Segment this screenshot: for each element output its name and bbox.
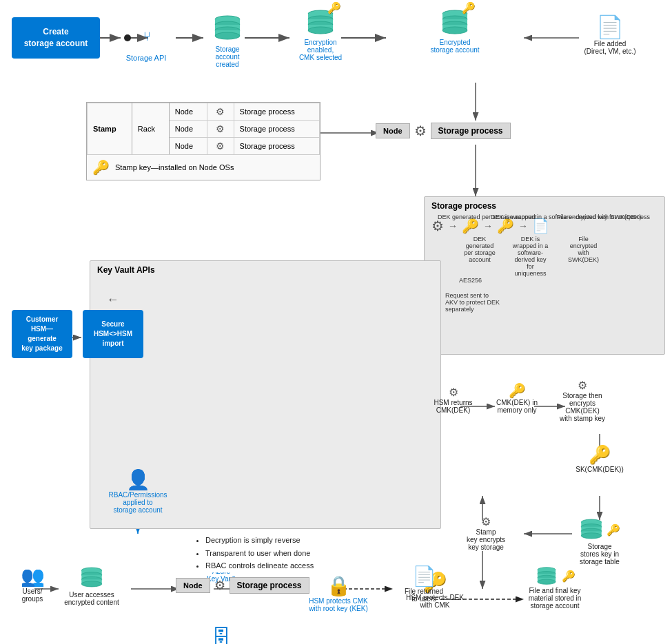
final-key-node: 🔑 File and final key material stored in …: [517, 565, 593, 610]
key-icon-encryption: 🔑: [327, 1, 341, 14]
arrow-sp2: →: [483, 220, 493, 231]
arrow-sp3: →: [518, 220, 528, 231]
encryption-enabled-node: 🔑 Encryption enabled, CMK selected: [293, 7, 348, 61]
storage-process-middle-box: Storage process: [431, 123, 511, 139]
storage-account-created-label: Storage account created: [203, 45, 252, 68]
node-storage-process-middle: Node ⚙ Storage process: [376, 123, 511, 139]
node-label-3: Node: [175, 142, 193, 150]
gear-icon-middle: ⚙: [414, 123, 427, 139]
bottom-bullets: Decryption is simply reverse Transparent…: [193, 534, 345, 572]
storage-process-labels1: DEK generated per storage account DEK is…: [425, 234, 664, 277]
gear-icon-1: ⚙: [216, 106, 225, 117]
rbac-label: RBAC/Permissions applied to storage acco…: [107, 491, 169, 514]
storage-process-1: Storage process: [240, 107, 295, 116]
storage-process-3: Storage process: [240, 142, 295, 150]
hsm-returns-node: ⚙ HSM returns CMK(DEK): [427, 386, 479, 414]
svg-point-37: [124, 34, 131, 41]
storage-encrypts-label: Storage then encrypts CMK(DEK) with stam…: [551, 392, 613, 422]
sk-key-icon: 🔑: [572, 444, 627, 466]
gear-icon-bottom: ⚙: [214, 578, 225, 593]
file-enc-label: File encrypted with SWK(DEK): [557, 214, 642, 220]
key-icon-encrypted-storage: 🔑: [462, 1, 476, 14]
gear-stamp-key: ⚙: [481, 515, 491, 528]
users-label: Users/ groups: [12, 588, 53, 603]
stamp-label: Stamp: [93, 125, 116, 133]
storage-encrypts-node: ⚙ Storage then encrypts CMK(DEK) with st…: [551, 379, 613, 422]
stamp-table: Stamp Rack Node ⚙ Storage process Node ⚙…: [86, 102, 320, 180]
create-storage-button[interactable]: Create storage account: [12, 17, 100, 59]
svg-point-79: [538, 579, 556, 584]
customer-hsm-button: Customer HSM—generate key package: [12, 310, 72, 358]
svg-point-51: [308, 27, 333, 34]
user-accesses-node: User accesses encrypted content: [61, 565, 123, 606]
node-label-1: Node: [175, 107, 193, 116]
kv-storage-node: 🗄 Key Vault storage: [197, 626, 245, 644]
file-added-icon: 📄: [579, 14, 641, 40]
stamp-key-label-bottom: Stamp key encrypts key storage: [458, 528, 513, 551]
stamp-key-label: Stamp key—installed on Node OSs: [115, 163, 234, 172]
final-key-label: File and final key material stored in st…: [517, 587, 593, 610]
svg-point-65: [581, 533, 601, 539]
encrypted-storage-node: 🔑 Encrypted storage account: [427, 7, 482, 54]
vault-storage-icon: 🗄: [197, 626, 245, 644]
svg-point-44: [215, 32, 240, 39]
bottom-node-storage: Node ⚙ Storage process: [176, 577, 309, 594]
users-groups-node: 👥 Users/ groups: [12, 565, 53, 603]
arrow-hsm-kv: ↓: [106, 297, 121, 303]
gear-icon-2: ⚙: [216, 123, 225, 134]
secure-hsm-import-button: Secure HSM<>HSM import: [83, 310, 143, 358]
file-returned-icon: 📄: [400, 565, 448, 588]
cmk-dek-memory-node: 🔑 CMK(DEK) in memory only: [489, 382, 544, 414]
encrypted-storage-label: Encrypted storage account: [427, 39, 482, 54]
storage-api-label: Storage API: [125, 54, 167, 62]
storage-icon-user-accesses: [78, 565, 105, 590]
file-returned-label: File returned to users: [400, 588, 448, 603]
sk-cmk-label: SK(CMK(DEK)): [572, 466, 627, 473]
stamp-key-encrypts-node: ⚙ Stamp key encrypts key storage: [458, 515, 513, 551]
user-accesses-label: User accesses encrypted content: [61, 591, 123, 606]
key-memory-icon: 🔑: [489, 382, 544, 399]
sk-cmk-dek-node: 🔑 SK(CMK(DEK)): [572, 444, 627, 473]
node-label-2: Node: [175, 125, 193, 133]
file-added-label: File added (Direct, VM, etc.): [579, 40, 641, 55]
node-box-middle: Node: [376, 123, 410, 138]
storage-icon-final: [534, 565, 559, 587]
request-akv-row: ⚙ Request sent to AKV to protect DEK sep…: [425, 284, 664, 313]
stamp-key-icon: 🔑: [92, 159, 110, 176]
key-final-icon: 🔑: [562, 570, 576, 583]
file-returned-node: 📄 File returned to users: [400, 565, 448, 603]
person-rbac-icon: 👤: [107, 468, 169, 491]
svg-point-58: [442, 27, 467, 34]
file-added-node: 📄 File added (Direct, VM, etc.): [579, 14, 641, 55]
cmk-memory-label: CMK(DEK) in memory only: [489, 399, 544, 414]
storage-process-2: Storage process: [240, 125, 295, 133]
storage-process-bottom-box: Storage process: [230, 577, 309, 594]
storage-icon-stores: [579, 517, 604, 543]
aes256-label: AES256: [425, 277, 664, 284]
hsm-protects-cmk-node: 🔒 HSM protects CMK with root key (KEK): [304, 574, 373, 612]
storage-stores-label: Storage stores key in storage table: [569, 543, 631, 565]
fork-icon: ⑂: [143, 30, 151, 44]
gear-icon-3: ⚙: [216, 141, 225, 152]
hsm-cmk-label: HSM protects CMK with root key (KEK): [304, 597, 373, 612]
node-box-bottom: Node: [176, 578, 210, 593]
storage-account-created-node: Storage account created: [203, 12, 252, 68]
arrow-sp1: →: [448, 220, 458, 231]
users-icon: 👥: [12, 565, 53, 588]
lock-cmk-icon: 🔒: [304, 574, 373, 597]
encryption-enabled-label: Encryption enabled, CMK selected: [293, 39, 348, 61]
storage-process-area-title: Storage process: [425, 197, 664, 212]
gear-encrypts: ⚙: [551, 379, 613, 392]
rbac-node: 👤 RBAC/Permissions applied to storage ac…: [107, 468, 169, 514]
hsm-returns-label: HSM returns CMK(DEK): [427, 399, 479, 414]
gear-hsm-returns: ⚙: [427, 386, 479, 399]
stamp-key-row: 🔑 Stamp key—installed on Node OSs: [87, 155, 320, 180]
rack-label: Rack: [138, 125, 155, 133]
storage-icon-created: [212, 12, 243, 43]
keyvault-title: Key Vault APIs: [90, 261, 440, 279]
key-stores-icon: 🔑: [607, 523, 620, 537]
storage-stores-key-node: 🔑 Storage stores key in storage table: [569, 517, 631, 565]
svg-point-72: [81, 581, 101, 587]
